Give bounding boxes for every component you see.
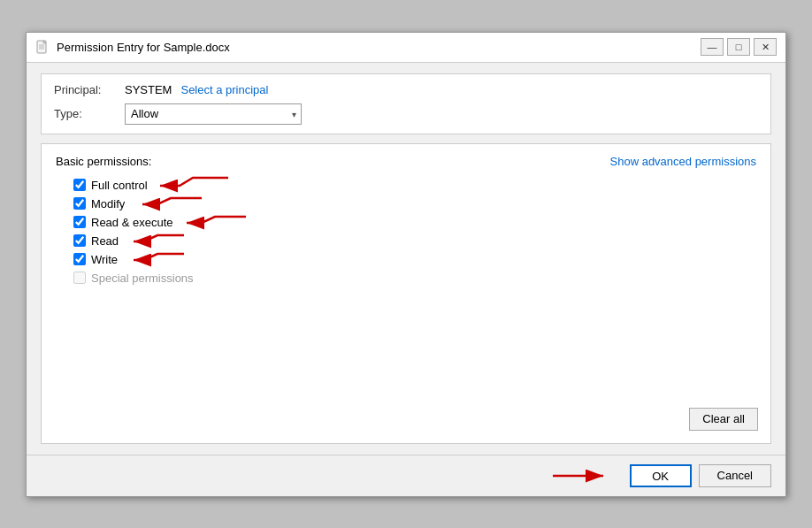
checkbox-full-control[interactable] <box>73 179 86 191</box>
section-header: Basic permissions: Show advanced permiss… <box>56 155 756 168</box>
checkbox-write[interactable] <box>73 253 86 265</box>
arrow-ok <box>548 465 619 486</box>
permissions-list: Full control Modify <box>73 179 756 285</box>
dialog-title: Permission Entry for Sample.docx <box>57 41 230 54</box>
type-row: Type: Allow Deny ▾ <box>54 103 758 125</box>
dialog-window: Permission Entry for Sample.docx — □ ✕ P… <box>26 32 786 497</box>
permissions-section: Basic permissions: Show advanced permiss… <box>41 143 771 444</box>
perm-label-full-control: Full control <box>91 179 148 192</box>
principal-value: SYSTEM <box>125 83 172 96</box>
content-area: Principal: SYSTEM Select a principal Typ… <box>27 63 785 455</box>
checkbox-read[interactable] <box>73 234 86 247</box>
checkbox-modify[interactable] <box>73 197 86 210</box>
title-bar: Permission Entry for Sample.docx — □ ✕ <box>27 33 785 63</box>
perm-label-modify: Modify <box>91 197 125 210</box>
dialog-footer: OK Cancel <box>27 455 785 496</box>
document-icon <box>35 40 50 54</box>
perm-item-special: Special permissions <box>73 272 756 285</box>
type-label: Type: <box>54 107 125 120</box>
close-button[interactable]: ✕ <box>754 38 777 56</box>
checkbox-special <box>73 272 86 284</box>
principal-label: Principal: <box>54 83 125 96</box>
perm-label-write: Write <box>91 253 118 266</box>
perm-item-full-control: Full control <box>73 179 756 192</box>
title-controls: — □ ✕ <box>701 38 777 56</box>
perm-item-read: Read <box>73 234 756 248</box>
principal-row: Principal: SYSTEM Select a principal <box>54 83 758 96</box>
perm-label-read: Read <box>91 234 119 248</box>
top-section: Principal: SYSTEM Select a principal Typ… <box>41 73 771 134</box>
basic-permissions-title: Basic permissions: <box>56 155 151 168</box>
minimize-button[interactable]: — <box>701 38 724 56</box>
perm-item-write: Write <box>73 253 756 266</box>
perm-item-modify: Modify <box>73 197 756 210</box>
arrow-write <box>118 249 188 271</box>
ok-button[interactable]: OK <box>630 464 692 487</box>
perm-item-read-execute: Read & execute <box>73 216 756 229</box>
type-select[interactable]: Allow Deny <box>125 103 302 125</box>
perm-label-special: Special permissions <box>91 272 194 285</box>
clear-all-area: Clear all <box>689 408 758 431</box>
type-select-wrapper: Allow Deny ▾ <box>125 103 302 125</box>
clear-all-button[interactable]: Clear all <box>689 408 758 431</box>
show-advanced-link[interactable]: Show advanced permissions <box>610 155 756 168</box>
title-bar-left: Permission Entry for Sample.docx <box>35 40 230 54</box>
perm-label-read-execute: Read & execute <box>91 216 173 229</box>
cancel-button[interactable]: Cancel <box>699 464 771 487</box>
checkbox-read-execute[interactable] <box>73 216 86 228</box>
select-principal-link[interactable]: Select a principal <box>180 83 268 96</box>
maximize-button[interactable]: □ <box>727 38 750 56</box>
